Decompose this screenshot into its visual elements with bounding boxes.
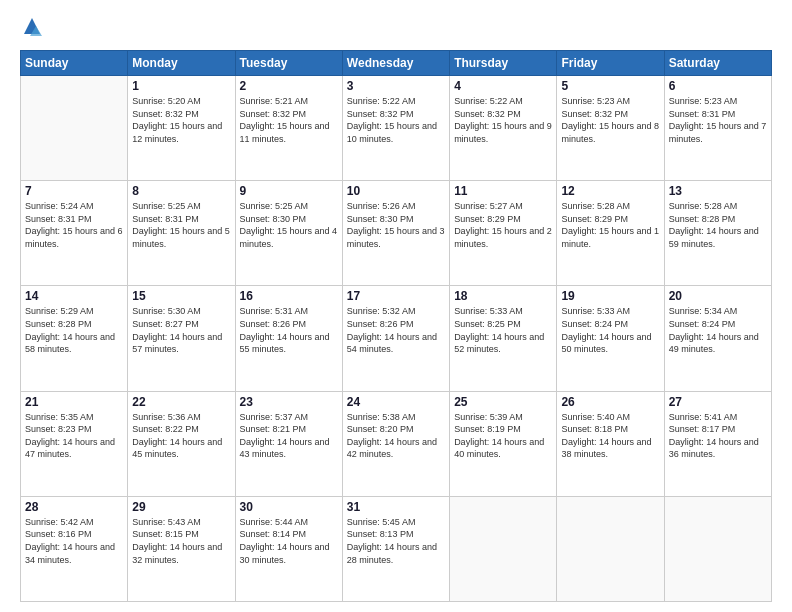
calendar-cell-13: 13Sunrise: 5:28 AMSunset: 8:28 PMDayligh… xyxy=(664,181,771,286)
calendar-cell-15: 15Sunrise: 5:30 AMSunset: 8:27 PMDayligh… xyxy=(128,286,235,391)
calendar-week-4: 28Sunrise: 5:42 AMSunset: 8:16 PMDayligh… xyxy=(21,496,772,601)
day-info: Sunrise: 5:43 AMSunset: 8:15 PMDaylight:… xyxy=(132,516,230,566)
page: SundayMondayTuesdayWednesdayThursdayFrid… xyxy=(0,0,792,612)
day-info: Sunrise: 5:41 AMSunset: 8:17 PMDaylight:… xyxy=(669,411,767,461)
calendar-cell-25: 25Sunrise: 5:39 AMSunset: 8:19 PMDayligh… xyxy=(450,391,557,496)
day-info: Sunrise: 5:35 AMSunset: 8:23 PMDaylight:… xyxy=(25,411,123,461)
calendar-week-2: 14Sunrise: 5:29 AMSunset: 8:28 PMDayligh… xyxy=(21,286,772,391)
day-number: 10 xyxy=(347,184,445,198)
day-number: 29 xyxy=(132,500,230,514)
day-number: 28 xyxy=(25,500,123,514)
day-number: 5 xyxy=(561,79,659,93)
day-number: 8 xyxy=(132,184,230,198)
logo-icon xyxy=(20,16,44,40)
day-info: Sunrise: 5:28 AMSunset: 8:28 PMDaylight:… xyxy=(669,200,767,250)
day-number: 3 xyxy=(347,79,445,93)
calendar-cell-6: 6Sunrise: 5:23 AMSunset: 8:31 PMDaylight… xyxy=(664,76,771,181)
day-info: Sunrise: 5:40 AMSunset: 8:18 PMDaylight:… xyxy=(561,411,659,461)
day-number: 9 xyxy=(240,184,338,198)
day-info: Sunrise: 5:25 AMSunset: 8:31 PMDaylight:… xyxy=(132,200,230,250)
day-number: 25 xyxy=(454,395,552,409)
day-number: 18 xyxy=(454,289,552,303)
day-info: Sunrise: 5:36 AMSunset: 8:22 PMDaylight:… xyxy=(132,411,230,461)
calendar-cell-22: 22Sunrise: 5:36 AMSunset: 8:22 PMDayligh… xyxy=(128,391,235,496)
day-info: Sunrise: 5:44 AMSunset: 8:14 PMDaylight:… xyxy=(240,516,338,566)
calendar-cell-19: 19Sunrise: 5:33 AMSunset: 8:24 PMDayligh… xyxy=(557,286,664,391)
calendar-cell-10: 10Sunrise: 5:26 AMSunset: 8:30 PMDayligh… xyxy=(342,181,449,286)
day-info: Sunrise: 5:30 AMSunset: 8:27 PMDaylight:… xyxy=(132,305,230,355)
day-info: Sunrise: 5:42 AMSunset: 8:16 PMDaylight:… xyxy=(25,516,123,566)
day-info: Sunrise: 5:37 AMSunset: 8:21 PMDaylight:… xyxy=(240,411,338,461)
calendar-cell-16: 16Sunrise: 5:31 AMSunset: 8:26 PMDayligh… xyxy=(235,286,342,391)
calendar-header-wednesday: Wednesday xyxy=(342,51,449,76)
day-info: Sunrise: 5:33 AMSunset: 8:24 PMDaylight:… xyxy=(561,305,659,355)
calendar-cell-29: 29Sunrise: 5:43 AMSunset: 8:15 PMDayligh… xyxy=(128,496,235,601)
calendar-cell-3: 3Sunrise: 5:22 AMSunset: 8:32 PMDaylight… xyxy=(342,76,449,181)
day-number: 14 xyxy=(25,289,123,303)
calendar-header-thursday: Thursday xyxy=(450,51,557,76)
day-number: 6 xyxy=(669,79,767,93)
day-number: 20 xyxy=(669,289,767,303)
calendar-cell-28: 28Sunrise: 5:42 AMSunset: 8:16 PMDayligh… xyxy=(21,496,128,601)
calendar-cell-18: 18Sunrise: 5:33 AMSunset: 8:25 PMDayligh… xyxy=(450,286,557,391)
day-number: 13 xyxy=(669,184,767,198)
calendar-header-row: SundayMondayTuesdayWednesdayThursdayFrid… xyxy=(21,51,772,76)
day-info: Sunrise: 5:39 AMSunset: 8:19 PMDaylight:… xyxy=(454,411,552,461)
calendar-cell-21: 21Sunrise: 5:35 AMSunset: 8:23 PMDayligh… xyxy=(21,391,128,496)
calendar-cell-1: 1Sunrise: 5:20 AMSunset: 8:32 PMDaylight… xyxy=(128,76,235,181)
day-info: Sunrise: 5:38 AMSunset: 8:20 PMDaylight:… xyxy=(347,411,445,461)
calendar-table: SundayMondayTuesdayWednesdayThursdayFrid… xyxy=(20,50,772,602)
day-info: Sunrise: 5:23 AMSunset: 8:32 PMDaylight:… xyxy=(561,95,659,145)
calendar-week-3: 21Sunrise: 5:35 AMSunset: 8:23 PMDayligh… xyxy=(21,391,772,496)
day-info: Sunrise: 5:27 AMSunset: 8:29 PMDaylight:… xyxy=(454,200,552,250)
day-info: Sunrise: 5:32 AMSunset: 8:26 PMDaylight:… xyxy=(347,305,445,355)
day-number: 4 xyxy=(454,79,552,93)
day-info: Sunrise: 5:33 AMSunset: 8:25 PMDaylight:… xyxy=(454,305,552,355)
day-number: 12 xyxy=(561,184,659,198)
day-number: 23 xyxy=(240,395,338,409)
calendar-cell-26: 26Sunrise: 5:40 AMSunset: 8:18 PMDayligh… xyxy=(557,391,664,496)
day-number: 22 xyxy=(132,395,230,409)
day-info: Sunrise: 5:26 AMSunset: 8:30 PMDaylight:… xyxy=(347,200,445,250)
day-info: Sunrise: 5:28 AMSunset: 8:29 PMDaylight:… xyxy=(561,200,659,250)
day-number: 15 xyxy=(132,289,230,303)
calendar-cell-2: 2Sunrise: 5:21 AMSunset: 8:32 PMDaylight… xyxy=(235,76,342,181)
day-number: 17 xyxy=(347,289,445,303)
calendar-week-1: 7Sunrise: 5:24 AMSunset: 8:31 PMDaylight… xyxy=(21,181,772,286)
day-info: Sunrise: 5:29 AMSunset: 8:28 PMDaylight:… xyxy=(25,305,123,355)
day-number: 24 xyxy=(347,395,445,409)
calendar-cell-4: 4Sunrise: 5:22 AMSunset: 8:32 PMDaylight… xyxy=(450,76,557,181)
header xyxy=(20,16,772,40)
calendar-cell-empty xyxy=(664,496,771,601)
calendar-header-saturday: Saturday xyxy=(664,51,771,76)
calendar-cell-5: 5Sunrise: 5:23 AMSunset: 8:32 PMDaylight… xyxy=(557,76,664,181)
calendar-header-sunday: Sunday xyxy=(21,51,128,76)
calendar-cell-24: 24Sunrise: 5:38 AMSunset: 8:20 PMDayligh… xyxy=(342,391,449,496)
calendar-cell-11: 11Sunrise: 5:27 AMSunset: 8:29 PMDayligh… xyxy=(450,181,557,286)
day-info: Sunrise: 5:23 AMSunset: 8:31 PMDaylight:… xyxy=(669,95,767,145)
day-number: 16 xyxy=(240,289,338,303)
day-number: 2 xyxy=(240,79,338,93)
day-info: Sunrise: 5:34 AMSunset: 8:24 PMDaylight:… xyxy=(669,305,767,355)
calendar-cell-8: 8Sunrise: 5:25 AMSunset: 8:31 PMDaylight… xyxy=(128,181,235,286)
calendar-week-0: 1Sunrise: 5:20 AMSunset: 8:32 PMDaylight… xyxy=(21,76,772,181)
day-info: Sunrise: 5:21 AMSunset: 8:32 PMDaylight:… xyxy=(240,95,338,145)
calendar-cell-12: 12Sunrise: 5:28 AMSunset: 8:29 PMDayligh… xyxy=(557,181,664,286)
calendar-cell-empty xyxy=(21,76,128,181)
logo xyxy=(20,16,48,40)
calendar-cell-empty xyxy=(450,496,557,601)
day-info: Sunrise: 5:22 AMSunset: 8:32 PMDaylight:… xyxy=(454,95,552,145)
day-number: 19 xyxy=(561,289,659,303)
calendar-cell-17: 17Sunrise: 5:32 AMSunset: 8:26 PMDayligh… xyxy=(342,286,449,391)
calendar-header-monday: Monday xyxy=(128,51,235,76)
calendar-cell-9: 9Sunrise: 5:25 AMSunset: 8:30 PMDaylight… xyxy=(235,181,342,286)
day-info: Sunrise: 5:24 AMSunset: 8:31 PMDaylight:… xyxy=(25,200,123,250)
day-info: Sunrise: 5:31 AMSunset: 8:26 PMDaylight:… xyxy=(240,305,338,355)
day-number: 1 xyxy=(132,79,230,93)
calendar-header-friday: Friday xyxy=(557,51,664,76)
day-number: 27 xyxy=(669,395,767,409)
day-number: 26 xyxy=(561,395,659,409)
calendar-cell-23: 23Sunrise: 5:37 AMSunset: 8:21 PMDayligh… xyxy=(235,391,342,496)
calendar-header-tuesday: Tuesday xyxy=(235,51,342,76)
day-number: 21 xyxy=(25,395,123,409)
